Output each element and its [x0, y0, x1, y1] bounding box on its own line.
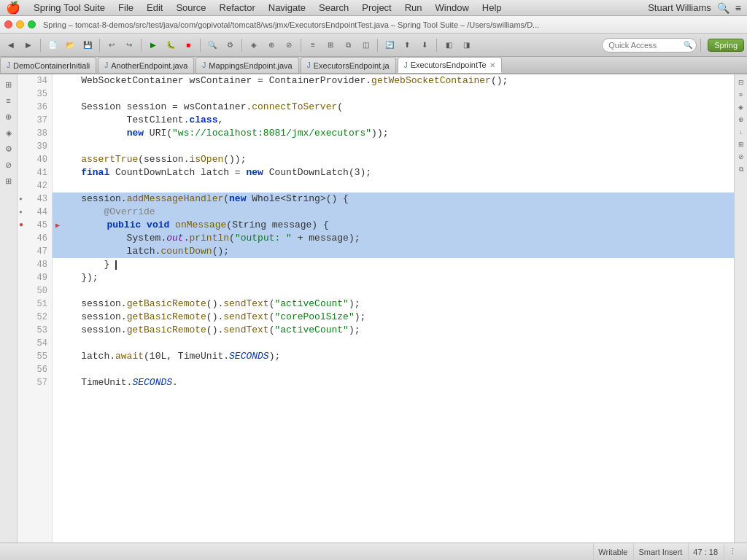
line-39: 39: [18, 140, 52, 153]
right-sidebar-icon-3[interactable]: ◈: [736, 102, 746, 112]
code-line-56: [53, 363, 734, 376]
maximize-window-button[interactable]: [28, 20, 36, 28]
toolbar-settings-button[interactable]: ⚙: [222, 37, 238, 53]
code-line-35: [53, 88, 734, 101]
toolbar-back-button[interactable]: ◀: [3, 37, 19, 53]
address-path: Spring – tomcat-8-demos/src/test/java/co…: [43, 20, 743, 29]
line-44: 44: [18, 206, 52, 219]
line-43: 43: [18, 192, 52, 206]
toolbar-extra-2[interactable]: ⊕: [263, 37, 279, 53]
right-sidebar-icon-4[interactable]: ⊕: [736, 114, 746, 125]
sidebar-icon-7[interactable]: ⊞: [1, 174, 16, 188]
status-position: 47 : 18: [688, 543, 722, 560]
status-bar: Writable Smart Insert 47 : 18 ⋮: [0, 542, 747, 560]
code-line-50: [53, 284, 734, 298]
menu-dots-icon[interactable]: ≡: [735, 2, 741, 14]
tab-mappingsendpoint[interactable]: J MappingsEndpoint.java: [196, 57, 298, 73]
toolbar-separator-8: [436, 39, 437, 52]
menu-run[interactable]: Run: [399, 1, 428, 14]
sidebar-icon-6[interactable]: ⊘: [1, 158, 16, 172]
right-sidebar-icon-8[interactable]: ⧉: [736, 164, 746, 174]
menu-navigate[interactable]: Navigate: [263, 1, 311, 14]
code-line-47[interactable]: latch.countDown();: [53, 245, 734, 258]
toolbar-extra-3[interactable]: ⊘: [281, 37, 297, 53]
code-line-52: session.getBasicRemote().sendText("coreP…: [53, 311, 734, 324]
toolbar-format-button[interactable]: ≡: [305, 37, 321, 53]
menu-edit[interactable]: Edit: [141, 1, 169, 14]
toolbar-extra-6[interactable]: ◫: [357, 37, 374, 53]
toolbar-debug-button[interactable]: 🐛: [163, 37, 179, 53]
sidebar-icon-3[interactable]: ⊕: [1, 109, 16, 124]
sidebar-icon-5[interactable]: ⚙: [1, 141, 16, 156]
toolbar-stop-button[interactable]: ■: [180, 37, 196, 53]
line-52: 52: [18, 311, 52, 324]
tab-file-icon-4: J: [307, 61, 311, 69]
toolbar-forward-button[interactable]: ▶: [20, 37, 36, 53]
right-sidebar-icon-6[interactable]: ⊞: [736, 139, 746, 149]
toolbar-extra-11[interactable]: ◨: [458, 37, 474, 53]
toolbar-extra-1[interactable]: ◈: [246, 37, 262, 53]
menu-refactor[interactable]: Refactor: [214, 1, 261, 14]
sidebar-icon-1[interactable]: ⊞: [1, 77, 16, 92]
code-container: 34 35 36 37 38 39 40 41 42 43 44 45 46 4…: [18, 74, 734, 542]
code-line-34: WebSocketContainer wsContainer = Contain…: [53, 74, 734, 88]
toolbar-new-button[interactable]: 📄: [44, 37, 61, 53]
quick-access-search-icon: 🔍: [684, 41, 692, 49]
close-window-button[interactable]: [4, 20, 12, 28]
toolbar-extra-9[interactable]: ⬇: [417, 37, 433, 53]
toolbar-separator-2: [99, 39, 100, 52]
sidebar-icon-2[interactable]: ≡: [1, 93, 16, 108]
status-more-button[interactable]: ⋮: [724, 543, 741, 560]
tab-democontainer[interactable]: J DemoContainerInitiali: [0, 57, 96, 73]
tab-label-5: ExecutorsEndpointTe: [411, 61, 487, 69]
code-area[interactable]: WebSocketContainer wsContainer = Contain…: [53, 74, 734, 542]
code-line-45: ▶ public void onMessage(String message) …: [53, 219, 734, 232]
code-line-37: TestClient.class,: [53, 114, 734, 127]
toolbar-redo-button[interactable]: ↪: [121, 37, 137, 53]
right-sidebar-icon-5[interactable]: ↓: [736, 127, 746, 137]
toolbar-extra-7[interactable]: 🔄: [382, 37, 398, 53]
right-sidebar-icon-7[interactable]: ⊘: [736, 152, 746, 162]
code-line-46: System.out.println("output: " + message)…: [53, 232, 734, 245]
apple-menu[interactable]: 🍎: [6, 1, 20, 15]
right-sidebar: ⊟ ≡ ◈ ⊕ ↓ ⊞ ⊘ ⧉: [734, 74, 747, 542]
toolbar-run-button[interactable]: ▶: [145, 37, 161, 53]
toolbar-open-button[interactable]: 📂: [62, 37, 78, 53]
right-sidebar-icon-1[interactable]: ⊟: [736, 77, 746, 88]
status-smart-insert: Smart Insert: [633, 543, 686, 560]
tab-anotherendpoint[interactable]: J AnotherEndpoint.java: [98, 57, 194, 73]
toolbar-undo-button[interactable]: ↩: [104, 37, 120, 53]
tab-file-icon-5: J: [404, 61, 408, 69]
tab-close-button[interactable]: ✕: [489, 61, 495, 69]
line-47: 47: [18, 245, 52, 258]
quick-access-input[interactable]: [602, 38, 697, 52]
toolbar-extra-4[interactable]: ⊞: [322, 37, 338, 53]
menu-search[interactable]: Search: [313, 1, 355, 14]
traffic-lights: [4, 20, 36, 28]
sidebar-icon-4[interactable]: ◈: [1, 125, 16, 140]
tab-executorsendpointtest[interactable]: J ExecutorsEndpointTe ✕: [398, 57, 502, 73]
toolbar: ◀ ▶ 📄 📂 💾 ↩ ↪ ▶ 🐛 ■ 🔍 ⚙ ◈ ⊕ ⊘ ≡ ⊞ ⧉ ◫ 🔄 …: [0, 34, 747, 57]
code-line-48: }: [53, 258, 734, 271]
toolbar-save-button[interactable]: 💾: [80, 37, 96, 53]
right-sidebar-icon-2[interactable]: ≡: [736, 90, 746, 100]
tab-executorsendpoint[interactable]: J ExecutorsEndpoint.ja: [301, 57, 396, 73]
line-50: 50: [18, 284, 52, 298]
menu-project[interactable]: Project: [356, 1, 397, 14]
toolbar-separator-3: [141, 39, 142, 52]
menu-window[interactable]: Window: [430, 1, 475, 14]
line-56: 56: [18, 363, 52, 376]
toolbar-extra-5[interactable]: ⧉: [340, 37, 356, 53]
search-icon[interactable]: 🔍: [717, 2, 729, 14]
spring-perspective-button[interactable]: Spring: [708, 39, 744, 52]
menu-spring-tool-suite[interactable]: Spring Tool Suite: [28, 1, 111, 14]
code-line-57: TimeUnit.SECONDS.: [53, 376, 734, 389]
toolbar-extra-8[interactable]: ⬆: [399, 37, 415, 53]
menu-file[interactable]: File: [112, 1, 139, 14]
menu-help[interactable]: Help: [476, 1, 508, 14]
toolbar-extra-10[interactable]: ◧: [441, 37, 457, 53]
toolbar-search-button[interactable]: 🔍: [204, 37, 220, 53]
menu-source[interactable]: Source: [170, 1, 212, 14]
line-36: 36: [18, 101, 52, 114]
minimize-window-button[interactable]: [16, 20, 24, 28]
